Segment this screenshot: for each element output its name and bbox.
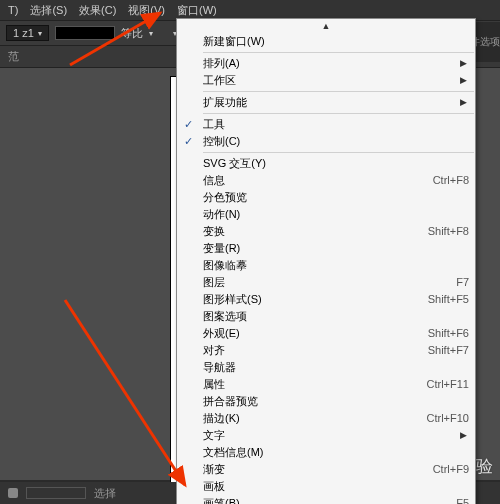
chevron-down-icon[interactable]: ▾: [149, 29, 153, 38]
menu-item-appearance[interactable]: 外观(E)Shift+F6: [177, 325, 475, 342]
menu-item-flattener[interactable]: 拼合器预览: [177, 393, 475, 410]
menu-item-info[interactable]: 信息Ctrl+F8: [177, 172, 475, 189]
menu-item-layers[interactable]: 图层F7: [177, 274, 475, 291]
submenu-arrow-icon: ▶: [460, 428, 467, 443]
submenu-arrow-icon: ▶: [460, 56, 467, 71]
menu-item-sep-preview[interactable]: 分色预览: [177, 189, 475, 206]
menu-item-svg[interactable]: SVG 交互(Y): [177, 155, 475, 172]
menu-window[interactable]: 窗口(W): [171, 1, 223, 20]
menu-item-new-window[interactable]: 新建窗口(W): [177, 33, 475, 50]
menu-item-pattern-options[interactable]: 图案选项: [177, 308, 475, 325]
menu-item-tools[interactable]: ✓ 工具: [177, 116, 475, 133]
check-icon: ✓: [184, 134, 193, 149]
menu-separator: [203, 52, 474, 53]
secondary-label: 范: [8, 49, 19, 64]
submenu-arrow-icon: ▶: [460, 73, 467, 88]
menu-effect[interactable]: 效果(C): [73, 1, 122, 20]
menu-item-workspace[interactable]: 工作区 ▶: [177, 72, 475, 89]
menubar: T) 选择(S) 效果(C) 视图(V) 窗口(W): [0, 0, 500, 20]
menu-item-arrange[interactable]: 排列(A) ▶: [177, 55, 475, 72]
menu-view[interactable]: 视图(V): [122, 1, 171, 20]
menu-item-brushes[interactable]: 画笔(B)F5: [177, 495, 475, 504]
menu-item-transform[interactable]: 变换Shift+F8: [177, 223, 475, 240]
check-icon: ✓: [184, 117, 193, 132]
scroll-up-icon[interactable]: ▲: [177, 21, 475, 33]
preset-value: 1 z1: [13, 27, 34, 39]
menu-item-stroke[interactable]: 描边(K)Ctrl+F10: [177, 410, 475, 427]
menu-item-extensions[interactable]: 扩展功能 ▶: [177, 94, 475, 111]
stroke-preview[interactable]: [55, 26, 115, 40]
chevron-down-icon: ▾: [38, 29, 42, 38]
menu-item-gradient[interactable]: 渐变Ctrl+F9: [177, 461, 475, 478]
menu-item-type[interactable]: 文字▶: [177, 427, 475, 444]
menu-item-align[interactable]: 对齐Shift+F7: [177, 342, 475, 359]
menu-item-control[interactable]: ✓ 控制(C): [177, 133, 475, 150]
window-menu: ▲ 新建窗口(W) 排列(A) ▶ 工作区 ▶ 扩展功能 ▶ ✓ 工具 ✓ 控制…: [176, 18, 476, 504]
status-icon: [8, 488, 18, 498]
status-field[interactable]: [26, 487, 86, 499]
menu-item-image-trace[interactable]: 图像临摹: [177, 257, 475, 274]
menu-item-artboards[interactable]: 画板: [177, 478, 475, 495]
submenu-arrow-icon: ▶: [460, 95, 467, 110]
menu-item-navigator[interactable]: 导航器: [177, 359, 475, 376]
menu-item-variables[interactable]: 变量(R): [177, 240, 475, 257]
menu-separator: [203, 113, 474, 114]
stroke-label: 等比: [121, 26, 143, 41]
preset-dropdown[interactable]: 1 z1 ▾: [6, 25, 49, 41]
menu-item-doc-info[interactable]: 文档信息(M): [177, 444, 475, 461]
status-label: 选择: [94, 486, 116, 501]
menu-t[interactable]: T): [2, 2, 24, 18]
menu-separator: [203, 91, 474, 92]
menu-separator: [203, 152, 474, 153]
menu-item-graphic-styles[interactable]: 图形样式(S)Shift+F5: [177, 291, 475, 308]
menu-select[interactable]: 选择(S): [24, 1, 73, 20]
menu-item-attributes[interactable]: 属性Ctrl+F11: [177, 376, 475, 393]
menu-item-actions[interactable]: 动作(N): [177, 206, 475, 223]
